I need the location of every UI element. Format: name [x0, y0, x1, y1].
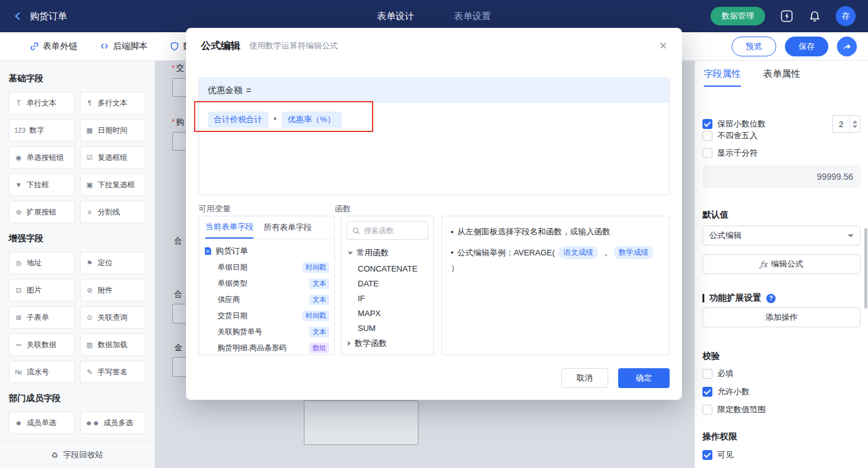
avatar[interactable]: 存	[836, 6, 856, 26]
help-icon[interactable]: ?	[766, 294, 776, 303]
backend-script-link[interactable]: 后端脚本	[100, 41, 148, 52]
sidebar-item-subform[interactable]: ⊞子表单	[9, 306, 75, 329]
sidebar-item-divider[interactable]: ≡分割线	[80, 201, 146, 223]
no-rounding-checkbox[interactable]	[702, 131, 712, 141]
formula-field-token[interactable]: 合计价税合计	[208, 112, 268, 128]
visible-row: 可见	[702, 449, 861, 461]
no-rounding-label: 不四舍五入	[717, 130, 758, 141]
visible-checkbox[interactable]	[702, 450, 712, 460]
required-checkbox[interactable]	[702, 369, 712, 379]
sidebar-item-radio-group[interactable]: ◉单选按钮组	[9, 146, 75, 169]
variable-row[interactable]: 供应商文本	[204, 291, 329, 307]
scrollbar-thumb[interactable]	[864, 228, 867, 309]
variable-row[interactable]: 关联购货单号文本	[204, 324, 329, 340]
recycle-bin[interactable]: ♻ 字段回收站	[0, 441, 154, 468]
close-icon[interactable]: ×	[659, 39, 667, 53]
decimal-places-checkbox[interactable]	[702, 119, 712, 129]
chevron-down-icon	[848, 234, 854, 237]
variable-row[interactable]: 购货明细.商品条形码数组	[204, 340, 329, 355]
equals-sign: =	[246, 86, 251, 95]
cancel-button[interactable]: 取消	[561, 368, 608, 388]
stepper-up-icon[interactable]	[852, 120, 857, 123]
sidebar-item-single-line-text[interactable]: T单行文本	[9, 92, 75, 114]
sidebar-item-attachment[interactable]: ⊘附件	[80, 279, 146, 301]
bell-icon[interactable]	[808, 10, 821, 22]
field-type-label: 日期时间	[98, 125, 128, 136]
function-search-input[interactable]: 搜索函数	[347, 221, 428, 240]
function-item[interactable]: MAPX	[342, 306, 433, 320]
variable-type-tag: 文本	[309, 327, 329, 337]
sidebar-item-location[interactable]: ⚑定位	[80, 252, 146, 274]
sidebar-item-multiline-text[interactable]: ¶多行文本	[80, 92, 146, 114]
function-item[interactable]: CONCATENATE	[342, 261, 433, 276]
member-single-icon: ☻	[14, 419, 23, 426]
stepper-down-icon[interactable]	[852, 125, 857, 128]
sidebar-item-extend-button[interactable]: ⊜扩展按钮	[9, 201, 75, 223]
section-bar	[702, 294, 704, 302]
formula-field-token[interactable]: 优惠率（%）	[281, 112, 342, 128]
allow-decimal-checkbox[interactable]	[702, 387, 712, 397]
thousand-separator-checkbox[interactable]	[702, 148, 712, 158]
field-type-label: 扩展按钮	[27, 207, 56, 218]
tab-current-form-fields[interactable]: 当前表单字段	[205, 216, 254, 239]
field-type-label: 数据加载	[98, 340, 128, 350]
formula-input-area[interactable]: 合计价税合计 * 优惠率（%）	[199, 103, 669, 136]
function-group[interactable]: 文本函数	[342, 351, 433, 355]
sidebar-item-lookup-query[interactable]: ⊙关联查询	[80, 306, 146, 329]
sidebar-item-checkbox-group[interactable]: ☑复选框组	[80, 146, 146, 169]
toolbar-link-label: 后端脚本	[113, 41, 148, 52]
default-value-select[interactable]: 公式编辑	[702, 226, 861, 245]
function-item[interactable]: SUM	[342, 320, 433, 335]
modal-header: 公式编辑 使用数学运算符编辑公式 ×	[186, 28, 682, 64]
function-item[interactable]: DATE	[342, 276, 433, 291]
sidebar-item-address[interactable]: ◎地址	[9, 252, 75, 274]
tab-form-design[interactable]: 表单设计	[377, 11, 414, 22]
field-type-label: 复选框组	[98, 152, 128, 163]
example-field-token: 数学成绩	[614, 246, 653, 259]
lookup-query-icon: ⊙	[86, 314, 94, 322]
variable-row[interactable]: 单据类型文本	[204, 275, 329, 291]
sidebar-item-number[interactable]: 123数字	[9, 119, 75, 141]
sidebar-item-datetime[interactable]: ▦日期时间	[80, 119, 146, 141]
save-button[interactable]: 保存	[785, 37, 828, 56]
sidebar-item-select[interactable]: ▼下拉框	[9, 174, 75, 196]
number-icon: 123	[14, 126, 25, 134]
sidebar-item-signature[interactable]: ✎手写签名	[80, 361, 146, 383]
sidebar-item-image[interactable]: ⊡图片	[9, 279, 75, 301]
variable-row[interactable]: 单据日期时间戳	[204, 259, 329, 275]
related-data-icon: ∾	[14, 341, 23, 349]
preview-button[interactable]: 预览	[732, 37, 776, 56]
add-action-button[interactable]: 添加操作	[702, 307, 861, 327]
share-button[interactable]	[837, 37, 857, 56]
form-root-node[interactable]: 购货订单	[204, 243, 329, 259]
thousand-separator-row: 显示千分符	[702, 148, 861, 159]
sidebar-sections: 基础字段T单行文本¶多行文本123数字▦日期时间◉单选按钮组☑复选框组▼下拉框▣…	[9, 73, 146, 434]
sidebar-item-data-load[interactable]: ▥数据加载	[80, 333, 146, 356]
edit-formula-button[interactable]: ƒx 编辑公式	[702, 254, 861, 274]
function-item[interactable]: IF	[342, 291, 433, 306]
sidebar-item-serial-number[interactable]: №流水号	[9, 361, 75, 383]
help-example-prefix: 公式编辑举例：AVERAGE(	[458, 247, 555, 258]
sidebar-item-member-multi[interactable]: ☻☻成员多选	[80, 412, 146, 434]
function-group[interactable]: 常用函数	[342, 245, 433, 261]
data-manage-button[interactable]: 数据管理	[711, 7, 765, 25]
tab-field-properties[interactable]: 字段属性	[704, 68, 741, 87]
subform-area[interactable]	[304, 400, 418, 445]
quick-action-icon[interactable]	[780, 9, 794, 23]
function-group[interactable]: 数学函数	[342, 335, 433, 351]
tab-form-settings[interactable]: 表单设置	[454, 11, 491, 22]
trash-icon: ♻	[51, 451, 58, 460]
sidebar-item-member-single[interactable]: ☻成员单选	[9, 412, 75, 434]
extension-settings-title: 功能扩展设置	[709, 293, 761, 304]
value-range-checkbox[interactable]	[702, 405, 712, 415]
tab-all-form-fields[interactable]: 所有表单字段	[264, 216, 312, 239]
back-button[interactable]	[12, 11, 24, 22]
form-external-link[interactable]: 表单外链	[30, 41, 78, 52]
required-asterisk: *	[172, 63, 175, 73]
confirm-button[interactable]: 确定	[618, 368, 670, 388]
variable-row[interactable]: 交货日期时间戳	[204, 307, 329, 324]
tab-form-properties[interactable]: 表单属性	[763, 68, 800, 87]
sidebar-item-related-data[interactable]: ∾关联数据	[9, 333, 75, 356]
bullet-icon: •	[451, 248, 454, 257]
sidebar-item-multi-select[interactable]: ▣下拉复选框	[80, 174, 146, 196]
